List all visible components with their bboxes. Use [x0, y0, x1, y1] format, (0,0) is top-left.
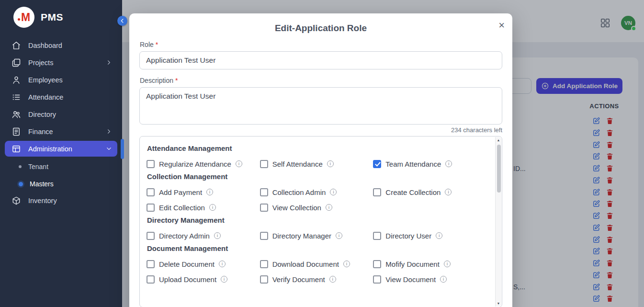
directory-icon [11, 110, 21, 119]
permission-item-view-collection[interactable]: View Collectioni [260, 202, 373, 213]
sidebar-subitem-label: Masters [30, 180, 54, 188]
sidebar-item-inventory[interactable]: Inventory [5, 193, 117, 208]
permission-group-title: Attendance Management [147, 144, 486, 152]
info-icon[interactable]: i [214, 232, 221, 239]
permission-item-team-attendance[interactable]: Team Attendancei [373, 158, 486, 170]
checkbox[interactable] [147, 188, 155, 196]
permission-grid: Add PaymentiCollection AdminiCreate Coll… [147, 186, 486, 213]
checkbox[interactable] [147, 160, 155, 168]
checkbox[interactable] [373, 160, 381, 168]
permission-item-mofify-document[interactable]: Mofify Documenti [373, 258, 486, 270]
chevron-right-icon [105, 59, 113, 66]
checkbox[interactable] [260, 275, 268, 284]
info-icon[interactable]: i [343, 261, 350, 267]
scrollbar[interactable]: ▲ ▼ [495, 137, 501, 307]
sidebar-item-projects[interactable]: Projects [5, 55, 117, 70]
checkbox[interactable] [260, 232, 268, 240]
sidebar-item-label: Directory [28, 111, 56, 118]
permission-item-create-collection[interactable]: Create Collectioni [373, 186, 486, 198]
checkbox[interactable] [260, 160, 268, 168]
sidebar-collapse-button[interactable] [117, 16, 127, 26]
description-field: Description * 234 characters left [139, 77, 502, 134]
permission-item-add-payment[interactable]: Add Paymenti [147, 186, 260, 198]
permission-item-download-document[interactable]: Download Documenti [260, 258, 373, 270]
info-icon[interactable]: i [329, 276, 336, 283]
permission-label: Self Attendance [272, 160, 323, 168]
checkbox[interactable] [260, 260, 268, 268]
permission-item-directory-admin[interactable]: Directory Admini [147, 230, 260, 241]
permission-group: Collection ManagementAdd PaymentiCollect… [147, 172, 486, 213]
info-icon[interactable]: i [330, 189, 337, 195]
permissions-panel: Attendance ManagementRegularize Attendan… [139, 136, 502, 307]
checkbox[interactable] [373, 275, 381, 284]
sidebar-item-label: Dashboard [28, 42, 62, 49]
checkbox[interactable] [147, 204, 155, 212]
sidebar-item-label: Projects [28, 59, 53, 67]
sidebar-item-label: Inventory [28, 197, 57, 205]
info-icon[interactable]: i [445, 160, 452, 167]
role-label: Role * [140, 41, 502, 48]
checkbox[interactable] [260, 188, 268, 196]
scrollbar-thumb[interactable] [497, 145, 501, 193]
permission-group-title: Collection Management [147, 172, 486, 181]
sidebar-item-finance[interactable]: Finance [5, 124, 117, 139]
checkbox[interactable] [260, 204, 268, 212]
app-logo: M PMS [0, 0, 122, 32]
sidebar-item-attendance[interactable]: Attendance [5, 89, 117, 105]
info-icon[interactable]: i [436, 232, 442, 239]
sidebar-item-dashboard[interactable]: Dashboard [5, 37, 117, 53]
role-input[interactable] [139, 51, 502, 69]
permission-item-directory-user[interactable]: Directory Useri [373, 230, 486, 241]
info-icon[interactable]: i [336, 232, 342, 239]
checkbox[interactable] [373, 188, 381, 196]
permission-label: View Document [385, 275, 436, 284]
permission-label: Directory Admin [159, 232, 210, 240]
active-indicator [121, 139, 124, 159]
description-textarea[interactable] [139, 87, 502, 125]
scroll-up-arrow[interactable]: ▲ [497, 138, 500, 142]
permission-label: Directory User [385, 232, 431, 240]
permission-label: Create Collection [385, 188, 441, 196]
sidebar-subitem-masters[interactable]: Masters [5, 175, 117, 193]
permission-item-upload-document[interactable]: Upload Documenti [147, 273, 260, 285]
permission-item-delete-document[interactable]: Delete Documenti [147, 258, 260, 270]
sidebar-item-directory[interactable]: Directory [5, 106, 117, 122]
permission-item-collection-admin[interactable]: Collection Admini [260, 186, 373, 198]
employees-icon [11, 75, 21, 85]
permission-item-self-attendance[interactable]: Self Attendancei [260, 158, 373, 170]
checkbox[interactable] [147, 260, 155, 268]
finance-icon [11, 127, 21, 136]
info-icon[interactable]: i [206, 189, 213, 195]
scroll-down-arrow[interactable]: ▼ [497, 302, 500, 305]
role-label-text: Role [140, 41, 154, 48]
permission-item-directory-manager[interactable]: Directory Manageri [260, 230, 373, 241]
checkbox[interactable] [373, 232, 381, 240]
info-icon[interactable]: i [440, 276, 447, 283]
close-icon[interactable]: × [498, 20, 505, 31]
checkbox[interactable] [147, 232, 155, 240]
sidebar-nav: DashboardProjectsEmployeesAttendanceDire… [0, 32, 122, 208]
permission-group-title: Directory Management [147, 216, 486, 224]
info-icon[interactable]: i [326, 204, 332, 211]
description-label-text: Description [140, 77, 173, 84]
sidebar-item-employees[interactable]: Employees [5, 72, 117, 88]
info-icon[interactable]: i [236, 160, 242, 167]
checkbox[interactable] [147, 275, 155, 284]
permission-item-view-document[interactable]: View Documenti [373, 273, 486, 285]
modal-title: Edit-Application Role [139, 13, 502, 34]
permission-item-regularize-attendance[interactable]: Regularize Attendancei [147, 158, 260, 170]
info-icon[interactable]: i [219, 261, 226, 267]
permission-label: Upload Document [159, 275, 216, 284]
checkbox[interactable] [373, 260, 381, 268]
permission-label: Mofify Document [385, 260, 440, 268]
sidebar-item-administration[interactable]: Administration [5, 141, 117, 157]
permission-group: Document ManagementDelete DocumentiDownl… [147, 244, 486, 285]
info-icon[interactable]: i [221, 276, 227, 283]
info-icon[interactable]: i [445, 189, 452, 195]
permission-item-verify-document[interactable]: Verify Documenti [260, 273, 373, 285]
sidebar-subitem-tenant[interactable]: Tenant [5, 158, 117, 175]
info-icon[interactable]: i [209, 204, 216, 211]
info-icon[interactable]: i [327, 160, 334, 167]
permission-item-edit-collection[interactable]: Edit Collectioni [147, 202, 260, 213]
info-icon[interactable]: i [444, 261, 451, 267]
